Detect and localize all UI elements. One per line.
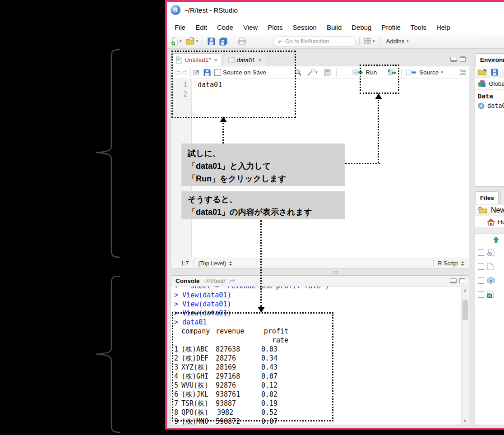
- tab-files[interactable]: Files: [476, 191, 499, 204]
- line-number: 2: [171, 90, 187, 99]
- files-pane-body: New Folder Home: [475, 204, 504, 425]
- rstudio-logo-icon: R: [171, 5, 180, 15]
- console-scrollbar[interactable]: ∧ ∨: [461, 287, 469, 425]
- scope-updown-icon[interactable]: [229, 261, 232, 266]
- plain-file-icon: [487, 263, 494, 270]
- compile-notebook-icon[interactable]: [323, 69, 332, 76]
- tab-untitled1[interactable]: R Untitled1* ×: [171, 53, 222, 66]
- forward-icon[interactable]: [182, 69, 189, 76]
- menu-edit[interactable]: Edit: [190, 23, 212, 31]
- environment-toolbar: [475, 66, 504, 78]
- addins-button[interactable]: Addins ▾: [384, 38, 412, 45]
- editor-text[interactable]: data01: [192, 79, 469, 258]
- home-icon[interactable]: [487, 218, 495, 226]
- code-line-1: data01: [198, 80, 469, 90]
- open-in-window-icon[interactable]: [229, 278, 236, 284]
- goto-arrow-icon: [277, 39, 283, 44]
- file-row[interactable]: [475, 245, 504, 259]
- environment-item-data01[interactable]: data01: [475, 101, 504, 111]
- filetype-updown-icon[interactable]: [461, 261, 464, 266]
- menu-tools[interactable]: Tools: [406, 23, 431, 31]
- console-output[interactable]: + sheet = "revenue and profit rate") > V…: [171, 287, 461, 425]
- source-on-save-checkbox[interactable]: [214, 69, 221, 76]
- save-icon[interactable]: [203, 69, 211, 76]
- table-row: 8QPO(株)39820.52: [174, 408, 461, 417]
- maximize-icon[interactable]: [459, 278, 465, 283]
- table-row: 4(株)GHI2971680.07: [174, 372, 461, 381]
- source-status-bar: 1:7 (Top Level) R Script: [171, 258, 469, 268]
- back-icon[interactable]: [174, 69, 181, 76]
- menu-session[interactable]: Session: [288, 23, 322, 31]
- environment-cube-icon: [478, 80, 486, 88]
- close-icon[interactable]: ×: [259, 57, 262, 63]
- menu-code[interactable]: Code: [212, 23, 238, 31]
- menu-build[interactable]: Build: [322, 23, 347, 31]
- file-checkbox[interactable]: [478, 292, 484, 298]
- select-all-checkbox[interactable]: [478, 219, 484, 225]
- parent-directory-row[interactable]: [475, 234, 504, 245]
- tab-data01[interactable]: data01 ×: [224, 54, 266, 66]
- minimize-icon[interactable]: [450, 278, 457, 283]
- tab-plots[interactable]: Plots: [500, 192, 504, 204]
- caret-down-icon[interactable]: ▾: [315, 70, 318, 74]
- source-button[interactable]: Source ▾: [405, 69, 444, 76]
- run-button[interactable]: Run: [351, 69, 378, 76]
- svg-text:R: R: [177, 57, 180, 60]
- toolbar-separator: [401, 68, 402, 77]
- home-label[interactable]: Home: [498, 218, 504, 225]
- menu-help[interactable]: Help: [431, 23, 455, 31]
- filetype-selector[interactable]: R Script: [438, 260, 458, 267]
- environment-scope-selector[interactable]: Global Environment: [475, 78, 504, 90]
- console-table-header: company revenue profit rate: [174, 327, 461, 345]
- new-folder-label[interactable]: New Folder: [491, 206, 504, 214]
- open-file-button[interactable]: ▾: [185, 37, 199, 46]
- popout-icon[interactable]: [192, 69, 200, 76]
- document-outline-icon[interactable]: [459, 69, 466, 75]
- workspace-panes-button[interactable]: ▾: [363, 37, 376, 45]
- tab-label: data01: [237, 57, 255, 64]
- file-row[interactable]: R: [475, 287, 504, 301]
- menu-plots[interactable]: Plots: [263, 23, 287, 31]
- new-file-icon: [171, 37, 179, 46]
- maximize-icon[interactable]: [460, 56, 466, 62]
- console-command: > View(data01): [174, 300, 461, 309]
- file-checkbox[interactable]: [478, 278, 484, 284]
- up-directory-icon[interactable]: [492, 236, 500, 244]
- print-button[interactable]: [237, 37, 247, 46]
- menu-view[interactable]: View: [238, 23, 263, 31]
- open-folder-icon: [186, 37, 195, 45]
- menu-debug[interactable]: Debug: [347, 23, 376, 31]
- file-checkbox[interactable]: [478, 250, 484, 256]
- tab-environment[interactable]: Environment: [476, 53, 504, 66]
- menu-bar: File Edit Code View Plots Session Build …: [167, 20, 504, 34]
- new-folder-icon[interactable]: [478, 206, 487, 214]
- run-label: Run: [366, 69, 377, 76]
- file-row[interactable]: [475, 259, 504, 273]
- close-icon[interactable]: ×: [214, 57, 217, 63]
- load-workspace-icon[interactable]: [478, 68, 487, 76]
- file-checkbox[interactable]: [478, 264, 484, 270]
- menu-file[interactable]: File: [170, 23, 190, 31]
- scroll-down-icon[interactable]: ∨: [462, 418, 469, 423]
- run-icon: [352, 69, 363, 76]
- scope-selector[interactable]: (Top Level): [198, 260, 226, 267]
- pane-splitter-grip[interactable]: [333, 271, 338, 273]
- scroll-up-icon[interactable]: ∧: [462, 288, 469, 293]
- menu-profile[interactable]: Profile: [376, 23, 406, 31]
- code-tools-wand-icon[interactable]: [306, 69, 315, 76]
- file-row[interactable]: R: [475, 273, 504, 287]
- environment-pane-body: Global Environment Data data01: [475, 66, 504, 187]
- find-icon[interactable]: [294, 69, 302, 76]
- save-workspace-icon[interactable]: [491, 69, 498, 76]
- table-row: 1(株)ABC8276380.03: [174, 345, 461, 354]
- goto-file-input[interactable]: Go to file/function: [273, 37, 356, 46]
- scrollbar-thumb[interactable]: [462, 300, 468, 320]
- code-editor[interactable]: 1 2 data01: [171, 79, 469, 258]
- rerun-icon[interactable]: [388, 69, 398, 76]
- r-script-file-icon: R: [176, 56, 182, 64]
- save-all-button[interactable]: [218, 37, 229, 46]
- new-file-button[interactable]: ▾: [170, 37, 183, 46]
- minimize-icon[interactable]: [450, 57, 457, 62]
- save-button[interactable]: [207, 37, 216, 46]
- console-clipped-line: + sheet = "revenue and profit rate"): [174, 287, 461, 291]
